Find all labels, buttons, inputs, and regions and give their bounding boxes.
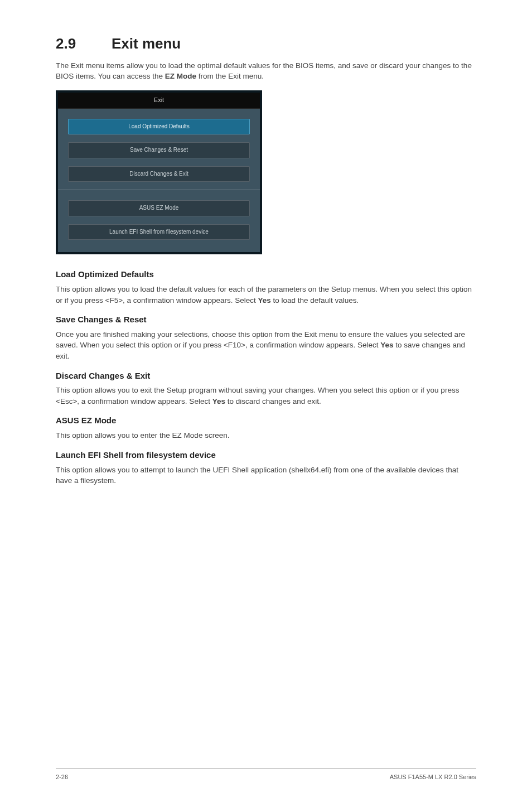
intro-paragraph: The Exit menu items allow you to load th… (56, 60, 476, 82)
save-changes-paragraph: Once you are finished making your select… (56, 329, 476, 362)
page-footer: 2-26 ASUS F1A55-M LX R2.0 Series (56, 768, 476, 782)
text-bold: Yes (258, 296, 270, 305)
load-defaults-paragraph: This option allows you to load the defau… (56, 284, 476, 306)
ez-mode-heading: ASUS EZ Mode (56, 414, 476, 427)
intro-prefix: The Exit menu items allow you to load th… (56, 61, 472, 81)
discard-changes-paragraph: This option allows you to exit the Setup… (56, 385, 476, 407)
text-bold: Yes (380, 341, 393, 349)
bios-section-bottom: ASUS EZ Mode Launch EFI Shell from files… (58, 190, 260, 252)
bios-section-top: Load Optimized Defaults Save Changes & R… (58, 109, 260, 190)
text-bold: Yes (212, 397, 225, 405)
text-segment: to discard changes and exit. (225, 397, 321, 405)
bios-exit-panel: Exit Load Optimized Defaults Save Change… (56, 90, 262, 254)
section-title: 2.9Exit menu (56, 33, 476, 55)
launch-efi-shell-button[interactable]: Launch EFI Shell from filesystem device (68, 224, 250, 240)
bios-panel-header: Exit (58, 93, 260, 109)
save-changes-reset-button[interactable]: Save Changes & Reset (68, 142, 250, 158)
text-segment: to load the default values. (271, 296, 359, 305)
asus-ez-mode-button[interactable]: ASUS EZ Mode (68, 200, 250, 216)
section-number: 2.9 (56, 33, 112, 55)
discard-changes-heading: Discard Changes & Exit (56, 370, 476, 382)
launch-efi-heading: Launch EFI Shell from filesystem device (56, 449, 476, 461)
launch-efi-paragraph: This option allows you to attempt to lau… (56, 465, 476, 486)
intro-bold: EZ Mode (165, 72, 196, 80)
intro-suffix: from the Exit menu. (196, 72, 264, 80)
load-optimized-defaults-button[interactable]: Load Optimized Defaults (68, 119, 250, 135)
product-name: ASUS F1A55-M LX R2.0 Series (390, 773, 476, 782)
ez-mode-paragraph: This option allows you to enter the EZ M… (56, 430, 476, 441)
page-number: 2-26 (56, 773, 68, 782)
load-defaults-heading: Load Optimized Defaults (56, 268, 476, 281)
discard-changes-exit-button[interactable]: Discard Changes & Exit (68, 166, 250, 182)
save-changes-heading: Save Changes & Reset (56, 313, 476, 326)
section-name: Exit menu (112, 35, 181, 52)
